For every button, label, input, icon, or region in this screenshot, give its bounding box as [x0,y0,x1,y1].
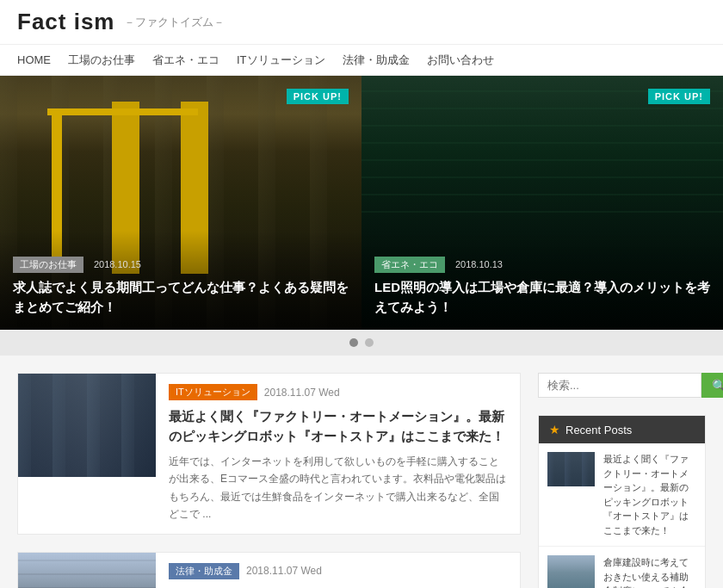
recent-posts-label: Recent Posts [565,424,632,436]
nav-eco[interactable]: 省エネ・エコ [152,53,219,68]
slider-dots [0,330,723,356]
recent-post-2-title: 倉庫建設時に考えておきたい使える補助金制度について！今回は省エネ機器導入編！ [603,555,696,588]
pickup-badge-1: PICK UP! [287,89,349,104]
article-1-image [18,374,156,477]
hero-slide-2-category: 省エネ・エコ [374,257,445,273]
recent-posts-section: ★ Recent Posts 最近よく聞く『ファクトリー・オートメーション』。最… [538,415,706,588]
header: Fact ism －ファクトイズム－ [0,0,723,45]
nav-it[interactable]: ITソリューション [237,53,325,68]
article-2-image [18,553,156,588]
sidebar: 🔍 ★ Recent Posts 最近よく聞く『ファクトリー・オートメーション』… [538,373,706,588]
recent-post-2-thumb [547,555,595,588]
search-input[interactable] [538,373,701,398]
recent-post-1-thumb [547,452,595,486]
article-1-excerpt: 近年では、インターネットを利用して欲しいものを手軽に購入することが出来る、Eコマ… [169,453,507,523]
nav-law[interactable]: 法律・助成金 [343,53,410,68]
dot-2[interactable] [365,338,374,347]
nav-home[interactable]: HOME [17,53,51,66]
hero-slide-1-meta: 工場のお仕事 2018.10.15 [13,257,349,278]
hero-slide-2-overlay: 省エネ・エコ 2018.10.13 LED照明の導入は工場や倉庫に最適？導入のメ… [362,231,723,330]
article-card-2[interactable]: 法律・助成金 2018.11.07 Wed 倉庫建設時に考えておきたい使える補助… [17,552,521,588]
site-title: Fact ism [17,9,115,35]
nav-factory[interactable]: 工場のお仕事 [68,53,135,68]
nav-menu: HOME 工場のお仕事 省エネ・エコ ITソリューション 法律・助成金 お問い合… [0,45,723,76]
nav-contact[interactable]: お問い合わせ [427,53,494,68]
recent-posts-title: ★ Recent Posts [539,416,705,443]
article-2-body: 法律・助成金 2018.11.07 Wed 倉庫建設時に考えておきたい使える補助… [156,553,520,588]
pickup-badge-2: PICK UP! [648,89,710,104]
star-icon: ★ [549,423,560,436]
article-1-date: 2018.11.07 Wed [264,387,340,399]
search-button[interactable]: 🔍 [701,373,723,398]
article-1-tag: ITソリューション [169,384,257,400]
hero-slide-1-date: 2018.10.15 [94,259,141,269]
article-1-body: ITソリューション 2018.11.07 Wed 最近よく聞く『ファクトリー・オ… [156,374,520,534]
search-box: 🔍 [538,373,706,398]
hero-slider: PICK UP! 工場のお仕事 2018.10.15 求人誌でよく見る期間工って… [0,76,723,330]
hero-slide-2[interactable]: PICK UP! 省エネ・エコ 2018.10.13 LED照明の導入は工場や倉… [362,76,723,330]
recent-post-2[interactable]: 倉庫建設時に考えておきたい使える補助金制度について！今回は省エネ機器導入編！ [539,547,705,588]
articles-list: ITソリューション 2018.11.07 Wed 最近よく聞く『ファクトリー・オ… [17,373,521,588]
hero-slide-2-date: 2018.10.13 [455,259,503,269]
hero-slide-1-overlay: 工場のお仕事 2018.10.15 求人誌でよく見る期間工ってどんな仕事？よくあ… [0,231,362,330]
article-1-title: 最近よく聞く『ファクトリー・オートメーション』。最新のピッキングロボット『オート… [169,407,507,446]
site-subtitle: －ファクトイズム－ [124,15,225,30]
dot-1[interactable] [349,338,358,347]
hero-slide-2-meta: 省エネ・エコ 2018.10.13 [374,257,710,278]
hero-slide-1-category: 工場のお仕事 [13,257,83,273]
article-2-date: 2018.11.07 Wed [246,565,322,577]
recent-post-1-title: 最近よく聞く『ファクトリー・オートメーション』。最新のピッキングロボット『オート… [603,452,696,537]
hero-slide-1-title: 求人誌でよく見る期間工ってどんな仕事？よくある疑問をまとめてご紹介！ [13,278,349,317]
article-2-meta: 法律・助成金 2018.11.07 Wed [169,563,507,579]
article-card-1[interactable]: ITソリューション 2018.11.07 Wed 最近よく聞く『ファクトリー・オ… [17,373,521,535]
main-area: ITソリューション 2018.11.07 Wed 最近よく聞く『ファクトリー・オ… [0,356,723,588]
article-1-meta: ITソリューション 2018.11.07 Wed [169,384,507,400]
article-2-tag: 法律・助成金 [169,563,239,579]
recent-post-1[interactable]: 最近よく聞く『ファクトリー・オートメーション』。最新のピッキングロボット『オート… [539,443,705,547]
hero-slide-1[interactable]: PICK UP! 工場のお仕事 2018.10.15 求人誌でよく見る期間工って… [0,76,362,330]
hero-slide-2-title: LED照明の導入は工場や倉庫に最適？導入のメリットを考えてみよう！ [374,278,710,317]
